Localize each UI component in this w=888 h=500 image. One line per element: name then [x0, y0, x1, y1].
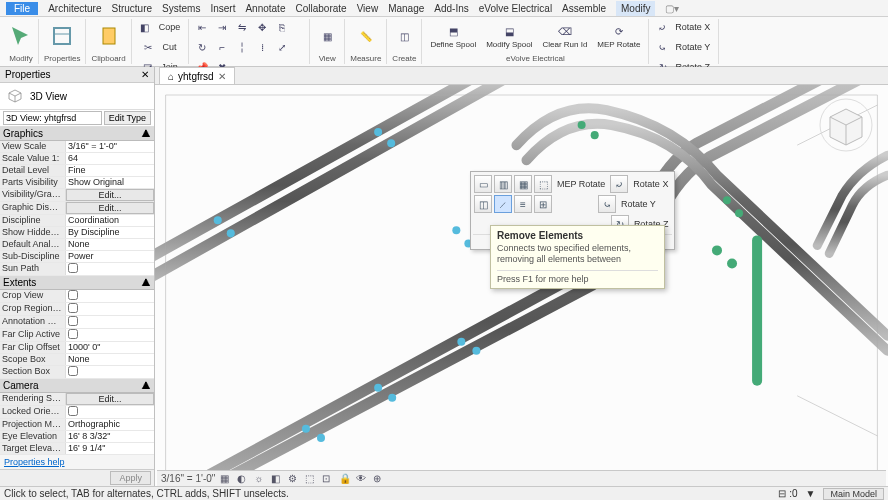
prop-value[interactable]	[66, 329, 154, 341]
qt-icon-7[interactable]: ≡	[514, 195, 532, 213]
prop-row[interactable]: DisciplineCoordination	[0, 215, 154, 227]
menu-insert[interactable]: Insert	[210, 3, 235, 14]
qt-mep-rotate[interactable]: MEP Rotate	[554, 175, 608, 193]
scale-icon[interactable]: ⤢	[274, 39, 290, 55]
qt-rotx[interactable]: Rotate X	[630, 175, 671, 193]
qt-icon-2[interactable]: ▥	[494, 175, 512, 193]
create-icon[interactable]: ◫	[392, 24, 416, 48]
menu-evolve[interactable]: eVolve Electrical	[479, 3, 552, 14]
copy-icon[interactable]: ⎘	[274, 19, 290, 35]
close-icon[interactable]: ✕	[141, 69, 149, 80]
offset-icon[interactable]: ⇥	[214, 19, 230, 35]
type-selector[interactable]: 3D View: yhtgfrsd	[3, 111, 102, 125]
selection-count-icon[interactable]: ⊟ :0	[778, 488, 797, 499]
prop-value[interactable]: 3/16" = 1'-0"	[66, 141, 154, 152]
apply-button[interactable]: Apply	[110, 471, 151, 485]
properties-grid[interactable]: Graphics⯅View Scale3/16" = 1'-0"Scale Va…	[0, 127, 154, 455]
close-tab-icon[interactable]: ✕	[218, 71, 226, 82]
prop-row[interactable]: Detail LevelFine	[0, 165, 154, 177]
array-icon[interactable]: ⁞	[254, 39, 270, 55]
view-tab-yhtgfrsd[interactable]: ⌂ yhtgfrsd ✕	[159, 67, 235, 84]
menu-extra[interactable]: ▢▾	[665, 3, 679, 14]
file-menu[interactable]: File	[6, 2, 38, 15]
temp-hide-icon[interactable]: 👁	[356, 473, 368, 485]
prop-category[interactable]: Extents⯅	[0, 276, 154, 290]
view-icon[interactable]: ▦	[315, 24, 339, 48]
qt-roty[interactable]: Rotate Y	[618, 195, 659, 213]
prop-value[interactable]	[66, 316, 154, 328]
move-icon[interactable]: ✥	[254, 19, 270, 35]
shadows-icon[interactable]: ◧	[271, 473, 283, 485]
prop-row[interactable]: Sun Path	[0, 263, 154, 276]
menu-structure[interactable]: Structure	[111, 3, 152, 14]
menu-architecture[interactable]: Architecture	[48, 3, 101, 14]
menu-modify[interactable]: Modify	[616, 1, 655, 16]
prop-value[interactable]	[66, 366, 154, 378]
viewcube[interactable]	[818, 97, 874, 153]
rotatey-icon[interactable]: ⤿	[654, 39, 670, 55]
trim-icon[interactable]: ⌐	[214, 39, 230, 55]
view-scale[interactable]: 3/16" = 1'-0"	[161, 473, 215, 484]
clear-runid-icon[interactable]: ⌫	[557, 24, 573, 40]
prop-value[interactable]: None	[66, 239, 154, 250]
crop-show-icon[interactable]: ⊡	[322, 473, 334, 485]
menu-annotate[interactable]: Annotate	[245, 3, 285, 14]
modify-icon[interactable]	[9, 24, 33, 48]
prop-row[interactable]: Show Hidden LinesBy Discipline	[0, 227, 154, 239]
sunpath-icon[interactable]: ☼	[254, 473, 266, 485]
prop-row[interactable]: Rendering SettingsEdit...	[0, 393, 154, 406]
prop-value[interactable]: Edit...	[66, 202, 154, 214]
prop-row[interactable]: Visibility/Graphics OverridesEdit...	[0, 189, 154, 202]
prop-value[interactable]: None	[66, 354, 154, 365]
prop-row[interactable]: View Scale3/16" = 1'-0"	[0, 141, 154, 153]
prop-category[interactable]: Graphics⯅	[0, 127, 154, 141]
define-spool-icon[interactable]: ⬒	[445, 24, 461, 40]
align-icon[interactable]: ⇤	[194, 19, 210, 35]
prop-row[interactable]: Graphic Display OptionsEdit...	[0, 202, 154, 215]
qt-icon-4[interactable]: ⬚	[534, 175, 552, 193]
prop-row[interactable]: Sub-DisciplinePower	[0, 251, 154, 263]
prop-row[interactable]: Scale Value 1:64	[0, 153, 154, 165]
menu-systems[interactable]: Systems	[162, 3, 200, 14]
prop-row[interactable]: Target Elevation16' 9 1/4"	[0, 443, 154, 455]
qt-icon-3[interactable]: ▦	[514, 175, 532, 193]
menu-collaborate[interactable]: Collaborate	[295, 3, 346, 14]
filter-icon[interactable]: ▼	[806, 488, 816, 499]
split-icon[interactable]: ╎	[234, 39, 250, 55]
cope-icon[interactable]: ◧	[137, 19, 153, 35]
prop-value[interactable]: Show Original	[66, 177, 154, 188]
render-icon[interactable]: ⚙	[288, 473, 300, 485]
prop-value[interactable]: By Discipline	[66, 227, 154, 238]
menu-manage[interactable]: Manage	[388, 3, 424, 14]
measure-icon[interactable]: 📏	[354, 24, 378, 48]
prop-value[interactable]	[66, 303, 154, 315]
rotate-icon[interactable]: ↻	[194, 39, 210, 55]
detail-level-icon[interactable]: ▦	[220, 473, 232, 485]
prop-row[interactable]: Far Clip Active	[0, 329, 154, 342]
prop-row[interactable]: Projection ModeOrthographic	[0, 419, 154, 431]
prop-row[interactable]: Section Box	[0, 366, 154, 379]
prop-value[interactable]	[66, 290, 154, 302]
mep-rotate-icon[interactable]: ⟳	[611, 24, 627, 40]
prop-value[interactable]: Orthographic	[66, 419, 154, 430]
lock-icon[interactable]: 🔒	[339, 473, 351, 485]
prop-value[interactable]	[66, 263, 154, 275]
prop-value[interactable]: Power	[66, 251, 154, 262]
modify-spool-icon[interactable]: ⬓	[501, 24, 517, 40]
prop-row[interactable]: Crop View	[0, 290, 154, 303]
menu-assemble[interactable]: Assemble	[562, 3, 606, 14]
prop-value[interactable]: 16' 8 3/32"	[66, 431, 154, 442]
drawing-canvas[interactable]: ▭ ▥ ▦ ⬚ MEP Rotate ⤾ Rotate X ◫ ⟋ ≡ ⊞ ⤿ …	[155, 85, 888, 486]
rotatex-icon[interactable]: ⤾	[654, 19, 670, 35]
prop-row[interactable]: Scope BoxNone	[0, 354, 154, 366]
qt-icon-8[interactable]: ⊞	[534, 195, 552, 213]
mirror-icon[interactable]: ⇋	[234, 19, 250, 35]
prop-row[interactable]: Parts VisibilityShow Original	[0, 177, 154, 189]
crop-icon[interactable]: ⬚	[305, 473, 317, 485]
reveal-icon[interactable]: ⊕	[373, 473, 385, 485]
edit-type-button[interactable]: Edit Type	[104, 111, 151, 125]
prop-row[interactable]: Far Clip Offset1000' 0"	[0, 342, 154, 354]
prop-value[interactable]: Edit...	[66, 189, 154, 201]
prop-row[interactable]: Locked Orientation	[0, 406, 154, 419]
properties-help-link[interactable]: Properties help	[0, 455, 154, 469]
